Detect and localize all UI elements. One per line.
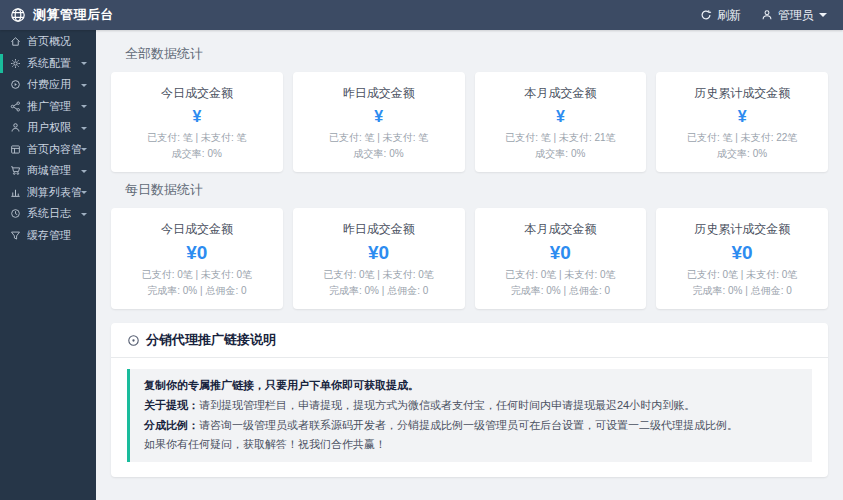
bar-chart-icon (10, 187, 21, 198)
sidebar-item-label: 测算列表管理 (27, 185, 81, 200)
stat-card-line1: 已支付: 笔 | 未支付: 笔 (117, 130, 277, 146)
stat-card-line2: 成交率: 0% (299, 146, 459, 162)
stat-card-amount: ¥0 (117, 242, 277, 264)
promo-info-card: 分销代理推广链接说明 复制你的专属推广链接，只要用户下单你即可获取提成。 关于提… (111, 323, 828, 477)
sidebar-item-label: 首页内容管理 (27, 142, 81, 157)
sidebar-item-system-config[interactable]: 系统配置 (0, 53, 96, 75)
promo-line: 如果你有任何疑问，获取解答！祝我们合作共赢！ (144, 435, 798, 455)
paid-app-icon (10, 79, 21, 90)
app-title: 测算管理后台 (33, 6, 114, 24)
stat-card-title: 本月成交金额 (481, 85, 641, 102)
stat-card-month-daily: 本月成交金额 ¥0 已支付: 0笔 | 未支付: 0笔 完成率: 0% | 总佣… (475, 208, 647, 309)
sidebar-item-user-permissions[interactable]: 用户权限 (0, 117, 96, 139)
user-label: 管理员 (778, 7, 814, 24)
stat-card-today-total: 今日成交金额 ¥ 已支付: 笔 | 未支付: 笔 成交率: 0% (111, 72, 283, 172)
stat-card-line1: 已支付: 0笔 | 未支付: 0笔 (662, 267, 822, 283)
user-permission-icon (10, 122, 21, 133)
sidebar-item-label: 推广管理 (27, 99, 71, 114)
chevron-down-icon (81, 170, 87, 176)
stat-card-line1: 已支付: 笔 | 未支付: 22笔 (662, 130, 822, 146)
stat-card-line2: 完成率: 0% | 总佣金: 0 (481, 283, 641, 299)
cache-filter-icon (10, 230, 21, 241)
sidebar-item-label: 用户权限 (27, 120, 71, 135)
stat-card-line1: 已支付: 0笔 | 未支付: 0笔 (481, 267, 641, 283)
stat-card-line2: 完成率: 0% | 总佣金: 0 (662, 283, 822, 299)
stat-card-title: 历史累计成交金额 (662, 221, 822, 238)
sidebar-item-label: 系统日志 (27, 206, 71, 221)
sidebar-item-cache[interactable]: 缓存管理 (0, 225, 96, 247)
sidebar-item-promotion[interactable]: 推广管理 (0, 96, 96, 118)
stat-card-amount: ¥ (299, 108, 459, 126)
stat-card-yesterday-daily: 昨日成交金额 ¥0 已支付: 0笔 | 未支付: 0笔 完成率: 0% | 总佣… (293, 208, 465, 309)
layout-icon (10, 144, 21, 155)
chevron-down-icon (81, 62, 87, 68)
sidebar-item-home-overview[interactable]: 首页概况 (0, 31, 96, 53)
stat-card-amount: ¥ (117, 108, 277, 126)
stat-card-line2: 成交率: 0% (117, 146, 277, 162)
stat-card-yesterday-total: 昨日成交金额 ¥ 已支付: 笔 | 未支付: 笔 成交率: 0% (293, 72, 465, 172)
stat-card-title: 历史累计成交金额 (662, 85, 822, 102)
promo-note-box: 复制你的专属推广链接，只要用户下单你即可获取提成。 关于提现：请到提现管理栏目，… (127, 369, 812, 462)
stat-card-line1: 已支付: 0笔 | 未支付: 0笔 (117, 267, 277, 283)
stat-card-history-total: 历史累计成交金额 ¥ 已支付: 笔 | 未支付: 22笔 成交率: 0% (656, 72, 828, 172)
promo-card-title: 分销代理推广链接说明 (146, 331, 276, 349)
cart-icon (10, 165, 21, 176)
stat-card-line1: 已支付: 0笔 | 未支付: 0笔 (299, 267, 459, 283)
stat-card-line1: 已支付: 笔 | 未支付: 笔 (299, 130, 459, 146)
sidebar-item-label: 缓存管理 (27, 228, 71, 243)
stat-card-today-daily: 今日成交金额 ¥0 已支付: 0笔 | 未支付: 0笔 完成率: 0% | 总佣… (111, 208, 283, 309)
stat-card-amount: ¥ (662, 108, 822, 126)
user-menu[interactable]: 管理员 (761, 7, 827, 24)
stat-card-month-total: 本月成交金额 ¥ 已支付: 笔 | 未支付: 21笔 成交率: 0% (475, 72, 647, 172)
stat-card-amount: ¥0 (481, 242, 641, 264)
stat-card-amount: ¥0 (662, 242, 822, 264)
all-stats-card-row: 今日成交金额 ¥ 已支付: 笔 | 未支付: 笔 成交率: 0% 昨日成交金额 … (111, 72, 828, 172)
sidebar: 首页概况 系统配置 付费应用 推广管理 (0, 30, 96, 500)
promo-line: 关于提现：请到提现管理栏目，申请提现，提现方式为微信或者支付宝，任何时间内申请提… (144, 396, 798, 416)
section-title-all-stats: 全部数据统计 (111, 36, 828, 72)
gear-icon (10, 58, 21, 69)
sidebar-item-label: 商城管理 (27, 163, 71, 178)
promo-line: 复制你的专属推广链接，只要用户下单你即可获取提成。 (144, 376, 798, 396)
stat-card-line2: 成交率: 0% (662, 146, 822, 162)
chevron-down-icon (81, 213, 87, 219)
stat-card-line2: 完成率: 0% | 总佣金: 0 (299, 283, 459, 299)
sidebar-item-calc-list[interactable]: 测算列表管理 (0, 182, 96, 204)
stat-card-amount: ¥0 (299, 242, 459, 264)
stat-card-title: 本月成交金额 (481, 221, 641, 238)
clock-icon (10, 208, 21, 219)
stat-card-title: 昨日成交金额 (299, 221, 459, 238)
sidebar-item-system-log[interactable]: 系统日志 (0, 203, 96, 225)
chevron-down-icon (819, 13, 827, 21)
chevron-down-icon (81, 105, 87, 111)
stat-card-line1: 已支付: 笔 | 未支付: 21笔 (481, 130, 641, 146)
main-content: 全部数据统计 今日成交金额 ¥ 已支付: 笔 | 未支付: 笔 成交率: 0% … (96, 30, 843, 500)
sidebar-item-mall[interactable]: 商城管理 (0, 160, 96, 182)
refresh-button[interactable]: 刷新 (700, 7, 741, 24)
sidebar-item-label: 首页概况 (27, 34, 71, 49)
daily-stats-card-row: 今日成交金额 ¥0 已支付: 0笔 | 未支付: 0笔 完成率: 0% | 总佣… (111, 208, 828, 309)
chevron-down-icon (81, 84, 87, 90)
refresh-label: 刷新 (717, 7, 741, 24)
circle-dot-icon (127, 334, 140, 347)
sidebar-item-paid-apps[interactable]: 付费应用 (0, 74, 96, 96)
promo-card-header: 分销代理推广链接说明 (111, 323, 828, 358)
promo-line: 分成比例：请咨询一级管理员或者联系源码开发者，分销提成比例一级管理员可在后台设置… (144, 416, 798, 436)
section-title-daily-stats: 每日数据统计 (111, 172, 828, 208)
sidebar-item-label: 系统配置 (27, 56, 71, 71)
stat-card-title: 昨日成交金额 (299, 85, 459, 102)
refresh-icon (700, 9, 712, 21)
home-icon (10, 36, 21, 47)
chevron-down-icon (81, 127, 87, 133)
stat-card-title: 今日成交金额 (117, 85, 277, 102)
stat-card-history-daily: 历史累计成交金额 ¥0 已支付: 0笔 | 未支付: 0笔 完成率: 0% | … (656, 208, 828, 309)
share-icon (10, 101, 21, 112)
stat-card-title: 今日成交金额 (117, 221, 277, 238)
chevron-down-icon (81, 191, 87, 197)
promo-card-body: 复制你的专属推广链接，只要用户下单你即可获取提成。 关于提现：请到提现管理栏目，… (111, 358, 828, 477)
brand: 测算管理后台 (0, 6, 114, 24)
sidebar-item-home-content[interactable]: 首页内容管理 (0, 139, 96, 161)
stat-card-amount: ¥ (481, 108, 641, 126)
sidebar-item-label: 付费应用 (27, 77, 71, 92)
chevron-down-icon (81, 148, 87, 154)
